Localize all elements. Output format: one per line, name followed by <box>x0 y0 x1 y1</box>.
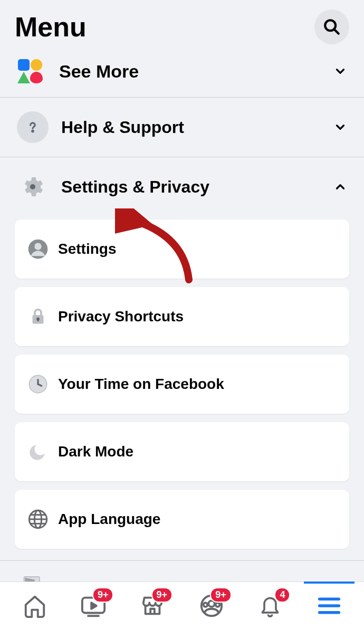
globe-icon <box>26 508 50 531</box>
help-support-row[interactable]: Help & Support <box>0 97 364 157</box>
page-title: Menu <box>15 11 87 43</box>
settings-privacy-label: Settings & Privacy <box>61 177 333 197</box>
marketplace-badge: 9+ <box>151 587 173 603</box>
gear-icon <box>17 171 49 203</box>
menu-icon <box>318 596 341 615</box>
watch-badge: 9+ <box>92 587 114 603</box>
bottom-nav: 9+ 9+ 9+ 4 <box>0 582 364 629</box>
svg-point-24 <box>203 603 207 607</box>
app-language-item[interactable]: App Language <box>15 490 349 549</box>
your-time-label: Your Time on Facebook <box>58 376 224 393</box>
svg-line-1 <box>334 29 339 34</box>
privacy-shortcuts-label: Privacy Shortcuts <box>58 308 184 325</box>
person-icon <box>26 237 50 261</box>
nav-menu[interactable] <box>312 592 346 620</box>
moon-icon <box>26 440 50 463</box>
svg-point-3 <box>30 184 35 189</box>
dark-mode-label: Dark Mode <box>58 443 133 460</box>
see-more-icon <box>17 58 43 84</box>
help-icon <box>17 111 49 143</box>
home-icon <box>23 594 47 618</box>
search-icon <box>323 18 341 36</box>
chevron-down-icon <box>333 120 347 134</box>
privacy-shortcuts-item[interactable]: Privacy Shortcuts <box>15 287 349 346</box>
chevron-down-icon <box>333 64 347 78</box>
settings-privacy-row[interactable]: Settings & Privacy <box>0 157 364 216</box>
see-more-row[interactable]: See More <box>0 50 364 97</box>
help-support-label: Help & Support <box>61 118 333 137</box>
your-time-item[interactable]: Your Time on Facebook <box>15 355 349 414</box>
nav-watch[interactable]: 9+ <box>76 592 110 620</box>
nav-home[interactable] <box>18 592 52 620</box>
groups-badge: 9+ <box>210 587 232 603</box>
clock-icon <box>26 373 50 396</box>
lock-icon <box>26 305 50 328</box>
settings-item[interactable]: Settings <box>15 220 349 279</box>
svg-rect-8 <box>37 319 39 322</box>
svg-point-2 <box>32 130 34 132</box>
search-button[interactable] <box>314 9 349 44</box>
app-language-label: App Language <box>58 511 160 528</box>
notifications-badge: 4 <box>274 587 290 603</box>
nav-groups[interactable]: 9+ <box>195 592 228 620</box>
svg-point-5 <box>34 243 41 250</box>
nav-notifications[interactable]: 4 <box>253 592 287 620</box>
svg-point-25 <box>215 603 219 607</box>
nav-marketplace[interactable]: 9+ <box>136 592 169 620</box>
see-more-label: See More <box>59 61 333 82</box>
settings-label: Settings <box>58 241 116 258</box>
dark-mode-item[interactable]: Dark Mode <box>15 422 349 481</box>
chevron-up-icon <box>333 180 347 194</box>
